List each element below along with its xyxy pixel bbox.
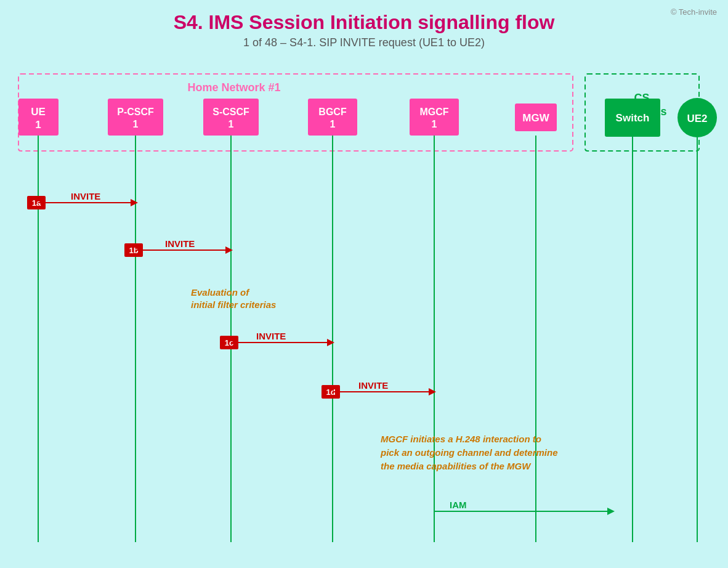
arrow-1c-head xyxy=(327,339,334,346)
home-network-label: Home Network #1 xyxy=(187,81,280,94)
copyright-label: © Tech-invite xyxy=(671,7,717,17)
node-bgcf-box xyxy=(308,99,357,136)
arrow-1b-head xyxy=(225,246,233,254)
node-scscf-label2: 1 xyxy=(229,119,234,129)
node-ue1-label2: 1 xyxy=(35,119,41,131)
note-mgcf-3: the media capabilities of the MGW xyxy=(381,461,532,471)
node-bgcf-label2: 1 xyxy=(330,119,336,129)
node-mgw-label: MGW xyxy=(522,112,549,124)
node-mgcf-label: MGCF xyxy=(419,107,448,117)
arrow-1d-head xyxy=(429,388,436,396)
msg-1b-label: INVITE xyxy=(165,238,195,249)
msg-iam-label: IAM xyxy=(450,500,467,510)
main-title: S4. IMS Session Initiation signalling fl… xyxy=(0,11,728,34)
note-filter-1: Evaluation of xyxy=(191,287,250,298)
msg-1a-label: INVITE xyxy=(71,191,100,201)
node-pcscf-label2: 1 xyxy=(133,119,139,129)
node-switch-label: Switch xyxy=(616,112,650,124)
node-bgcf-label: BGCF xyxy=(318,107,347,117)
node-pcscf-box xyxy=(108,99,163,136)
home-network-box xyxy=(18,74,573,151)
node-scscf-box xyxy=(203,99,259,136)
arrow-1a-head xyxy=(131,199,138,206)
node-mgcf-box xyxy=(410,99,459,136)
header: S4. IMS Session Initiation signalling fl… xyxy=(0,0,728,54)
node-ue1-label: UE xyxy=(31,106,46,118)
node-ue2-label: UE2 xyxy=(687,113,707,124)
diagram-svg: Home Network #1 CS Networks UE 1 P-CSCF … xyxy=(0,62,728,567)
node-mgcf-label2: 1 xyxy=(432,119,437,129)
msg-1d-label: INVITE xyxy=(358,380,388,391)
sub-title: 1 of 48 – S4-1. SIP INVITE request (UE1 … xyxy=(0,36,728,49)
note-mgcf-1: MGCF initiates a H.248 interaction to xyxy=(381,434,541,444)
msg-1c-label: INVITE xyxy=(256,331,286,341)
note-filter-2: initial filter criterias xyxy=(191,299,276,310)
page-container: © Tech-invite S4. IMS Session Initiation… xyxy=(0,0,728,568)
node-pcscf-label: P-CSCF xyxy=(117,107,154,117)
arrow-iam-head xyxy=(607,508,615,515)
note-mgcf-2: pick an outgoing channel and determine xyxy=(380,447,558,458)
node-scscf-label: S-CSCF xyxy=(212,107,249,117)
